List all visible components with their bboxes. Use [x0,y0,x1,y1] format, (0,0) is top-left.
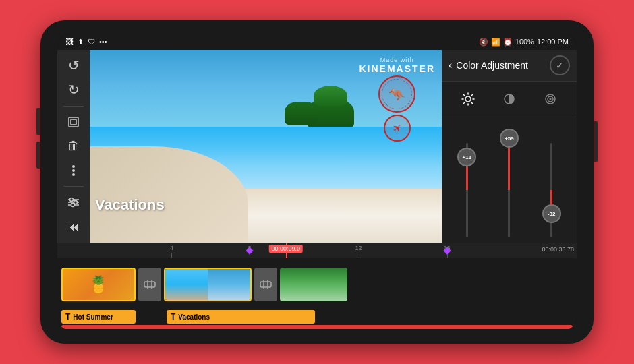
watermark-area: Made with KINEMASTER 🦘 ✈ [359,57,435,142]
content-row: ↺ ↻ 🗑 [57,50,577,243]
svg-rect-0 [69,117,78,127]
svg-rect-1 [71,119,76,125]
clip-vacation[interactable] [164,268,252,301]
kangaroo-icon: 🦘 [388,86,405,102]
undo-button[interactable]: ↺ [61,55,86,75]
current-time-badge: 00:00:09.0 [269,245,304,253]
text-tracks-row: T Hot Summer T Vacations [57,310,577,325]
video-preview: Made with KINEMASTER 🦘 ✈ [90,50,442,243]
svg-line-15 [471,95,473,96]
diamond-marker-left [246,247,253,254]
battery-level: 100% [515,38,534,46]
saturation-icon-btn[interactable] [538,87,563,111]
svg-point-7 [71,204,75,207]
button-vol-down[interactable] [36,142,40,169]
contrast-value: +59 [505,135,514,142]
clock-icon: ⏰ [503,38,513,47]
airplane-icon: ✈ [389,121,405,136]
svg-line-16 [463,102,465,104]
saturation-slider-col: -32 [550,129,552,237]
image-icon: 🖼 [65,37,74,47]
back-to-start-button[interactable]: ⏮ [61,217,86,237]
ruler-label-12: 12 [355,245,362,251]
brightness-icon-btn[interactable] [456,87,480,111]
text-track-vacations[interactable]: T Vacations [167,310,315,324]
text-track-label-1: Hot Summer [73,313,113,321]
brightness-value: +11 [463,154,472,160]
total-time-display: 00:00:36.78 [542,246,574,253]
video-text-overlay: Vacations [95,196,165,214]
delete-button[interactable]: 🗑 [61,136,86,156]
panel-title: Color Adjustment [456,60,550,71]
button-vol-up[interactable] [36,108,40,135]
brightness-slider-track[interactable]: +11 [466,143,468,237]
clip-hot-summer[interactable]: 🍍 [61,268,136,301]
left-sidebar: ↺ ↻ 🗑 [57,50,90,243]
contrast-slider-col: +59 [508,129,510,237]
confirm-button[interactable]: ✓ [550,55,570,75]
text-track-label-2: Vacations [178,313,210,321]
sidebar-divider-2 [63,186,84,187]
brand-name: KINEMASTER [359,63,435,74]
svg-line-14 [471,102,473,104]
phone-body: 🖼 ⬆ 🛡 ••• 🔇 📶 ⏰ 100% 12:00 PM ↺ ↻ [40,20,594,344]
panel-icons-row [442,82,577,117]
more-options-button[interactable] [61,160,86,181]
time-display: 12:00 PM [537,38,569,46]
ruler-tick-12 [359,253,359,258]
phone-screen: 🖼 ⬆ 🛡 ••• 🔇 📶 ⏰ 100% 12:00 PM ↺ ↻ [57,34,577,330]
island-2 [285,98,318,125]
saturation-value: -32 [548,211,556,217]
fit-button[interactable] [61,112,86,132]
contrast-icon-btn[interactable] [497,87,521,111]
upload-icon: ⬆ [78,38,84,47]
contrast-thumb[interactable]: +59 [500,129,519,148]
transition-1[interactable] [138,268,161,301]
status-bar: 🖼 ⬆ 🛡 ••• 🔇 📶 ⏰ 100% 12:00 PM [57,34,577,50]
redo-button[interactable]: ↻ [61,80,86,100]
video-preview-area: Made with KINEMASTER 🦘 ✈ [90,50,442,243]
red-track-bar [61,325,573,329]
transition-2[interactable] [254,268,277,301]
color-adjustment-panel: ‹ Color Adjustment ✓ [442,50,577,243]
status-right-icons: 🔇 📶 ⏰ 100% 12:00 PM [479,38,569,47]
svg-point-8 [465,96,471,102]
text-T-icon-2: T [171,312,175,322]
svg-point-5 [70,198,74,202]
ruler-tick-4 [171,253,172,258]
stamp-kangaroo: 🦘 [378,75,415,113]
saturation-thumb[interactable]: -32 [542,204,561,223]
shield-icon: 🛡 [88,38,95,46]
stamp-airplane: ✈ [384,115,411,142]
button-power[interactable] [594,121,598,162]
contrast-slider-track[interactable]: +59 [508,143,510,237]
sliders-area: +11 +59 [442,117,577,243]
ruler-label-4: 4 [170,245,173,251]
svg-point-20 [550,98,552,100]
sidebar-divider-1 [63,106,84,107]
dots-icon: ••• [99,38,107,46]
text-track-hot-summer[interactable]: T Hot Summer [61,310,136,324]
brightness-thumb[interactable]: +11 [457,148,476,166]
timeline-ruler: 4 8 12 16 00:00:09.0 00:00:36.78 [57,243,577,258]
svg-rect-24 [260,282,271,287]
made-with-text: Made with [380,57,414,63]
status-left-icons: 🖼 ⬆ 🛡 ••• [65,37,107,47]
svg-line-13 [463,95,465,96]
main-content: ↺ ↻ 🗑 [57,50,577,330]
vacations-text: Vacations [95,196,165,213]
audio-mix-button[interactable] [61,192,86,212]
tracks-row: 🍍 [57,258,577,310]
saturation-slider-track[interactable]: -32 [550,143,552,237]
back-arrow-icon[interactable]: ‹ [449,59,452,71]
text-T-icon-1: T [65,312,70,322]
clip-green[interactable] [280,268,347,301]
panel-header: ‹ Color Adjustment ✓ [442,50,577,82]
svg-rect-21 [144,282,155,287]
brightness-slider-col: +11 [466,129,468,237]
wifi-icon: 📶 [491,38,500,47]
mute-icon: 🔇 [479,38,488,47]
timeline-area: 4 8 12 16 00:00:09.0 00:00:36.78 [57,243,577,330]
